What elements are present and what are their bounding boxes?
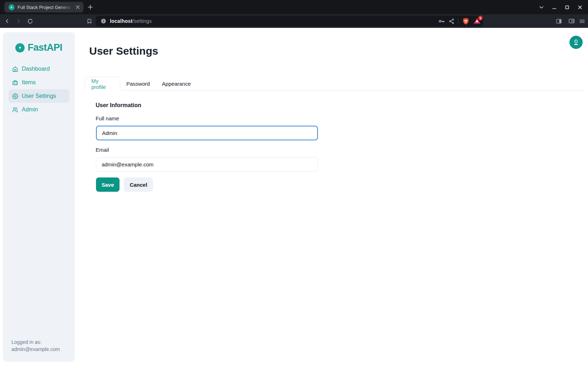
url-path: /settings	[132, 18, 152, 24]
brave-rewards-icon[interactable]: 1	[473, 17, 481, 25]
tab-close-icon[interactable]	[75, 4, 81, 10]
bookmark-icon[interactable]	[84, 14, 94, 28]
fastapi-logo-icon	[15, 43, 25, 52]
tab-my-profile[interactable]: My profile	[85, 77, 120, 91]
forward-button[interactable]	[14, 14, 24, 28]
window-minimize-button[interactable]	[550, 3, 558, 11]
tab-appearance[interactable]: Appearance	[156, 77, 197, 91]
page-content: FastAPI Dashboard Items	[0, 28, 588, 366]
user-astronaut-icon	[573, 39, 579, 46]
tab-title: Full Stack Project Genera	[17, 5, 75, 10]
divider	[458, 18, 458, 24]
browser-tab-strip: Full Stack Project Genera	[0, 0, 588, 14]
settings-tabs: My profile Password Appearance	[85, 77, 584, 91]
briefcase-icon	[12, 80, 18, 86]
email-label: Email	[96, 147, 109, 153]
password-key-icon[interactable]	[438, 18, 445, 25]
share-icon[interactable]	[448, 18, 455, 24]
users-icon	[12, 107, 18, 113]
back-button[interactable]	[2, 14, 12, 28]
save-button[interactable]: Save	[96, 177, 120, 192]
sidebar-item-label: Items	[22, 79, 36, 86]
sidebar-item-user-settings[interactable]: User Settings	[9, 89, 69, 103]
sidebar-item-label: Dashboard	[22, 66, 50, 72]
logged-in-label: Logged in as:	[11, 339, 60, 346]
browser-tab[interactable]: Full Stack Project Genera	[4, 2, 83, 12]
address-bar[interactable]: localhost/settings 1	[96, 16, 483, 26]
site-info-icon[interactable]	[98, 16, 108, 26]
fastapi-logo-text: FastAPI	[27, 42, 62, 53]
wallet-icon[interactable]	[567, 14, 577, 28]
home-icon	[12, 66, 18, 72]
browser-navbar: localhost/settings 1	[0, 14, 588, 28]
cancel-button[interactable]: Cancel	[124, 177, 153, 192]
sidebar-toggle-icon[interactable]	[554, 14, 564, 28]
rewards-badge: 1	[478, 16, 483, 20]
sidebar-item-dashboard[interactable]: Dashboard	[9, 62, 69, 76]
tab-search-chevron-icon[interactable]	[537, 3, 545, 11]
sidebar-nav: Dashboard Items User Settings	[9, 62, 69, 116]
sidebar-item-label: User Settings	[22, 93, 56, 99]
gear-icon	[12, 93, 18, 99]
tab-password[interactable]: Password	[120, 77, 156, 91]
brave-shield-icon[interactable]	[462, 17, 470, 25]
window-close-button[interactable]	[576, 3, 584, 11]
full-name-input[interactable]	[96, 126, 318, 140]
window-maximize-button[interactable]	[563, 3, 571, 11]
url-text: localhost/settings	[110, 16, 152, 26]
logged-in-email: admin@example.com	[11, 346, 60, 353]
fastapi-favicon-icon	[9, 4, 15, 10]
menu-hamburger-icon[interactable]	[577, 14, 587, 28]
user-menu-button[interactable]	[569, 36, 583, 49]
app-sidebar: FastAPI Dashboard Items	[3, 32, 75, 362]
page-title: User Settings	[89, 45, 158, 57]
section-title: User Information	[96, 102, 141, 109]
sidebar-item-admin[interactable]: Admin	[9, 103, 69, 116]
full-name-label: Full name	[96, 115, 119, 121]
sidebar-item-items[interactable]: Items	[9, 76, 69, 89]
sidebar-item-label: Admin	[22, 106, 38, 113]
email-input[interactable]	[96, 157, 318, 172]
url-host: localhost	[110, 18, 132, 24]
reload-button[interactable]	[25, 14, 35, 28]
logged-in-info: Logged in as: admin@example.com	[11, 339, 60, 353]
fastapi-logo: FastAPI	[3, 42, 75, 53]
new-tab-button[interactable]	[87, 4, 93, 10]
browser-window: Full Stack Project Genera	[0, 0, 588, 366]
